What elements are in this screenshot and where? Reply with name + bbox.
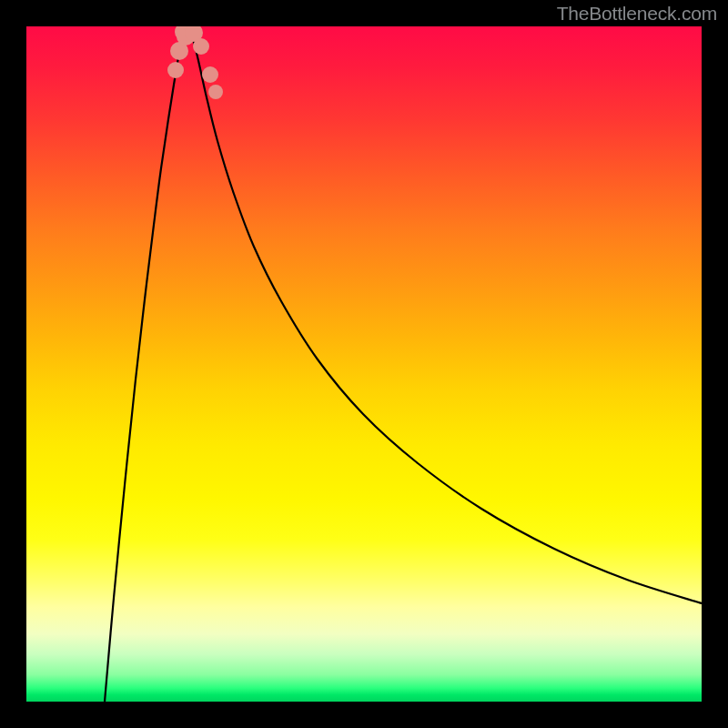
left-curve — [105, 31, 194, 702]
plot-area — [26, 26, 702, 702]
cusp-marker-group — [167, 26, 223, 99]
cusp-marker — [193, 38, 209, 55]
cusp-marker — [167, 62, 184, 78]
chart-frame: TheBottleneck.com — [0, 0, 728, 728]
cusp-marker — [208, 85, 223, 99]
cusp-marker — [202, 66, 218, 83]
watermark-text: TheBottleneck.com — [557, 3, 717, 25]
curve-layer — [26, 26, 702, 702]
right-curve — [194, 42, 702, 603]
